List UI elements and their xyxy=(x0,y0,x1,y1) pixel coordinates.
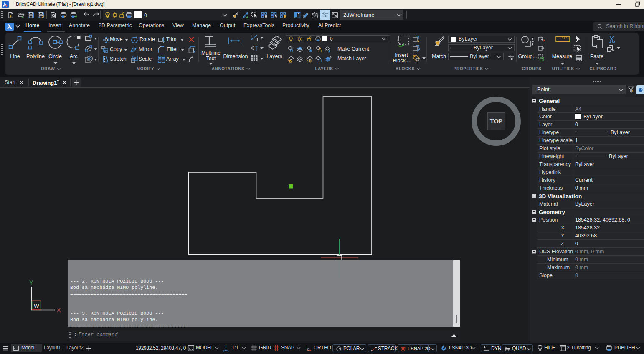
svg-text:TOP: TOP xyxy=(490,118,503,125)
svg-text:X: X xyxy=(57,307,61,313)
svg-text:Y: Y xyxy=(29,279,33,286)
svg-text:W: W xyxy=(34,303,39,309)
